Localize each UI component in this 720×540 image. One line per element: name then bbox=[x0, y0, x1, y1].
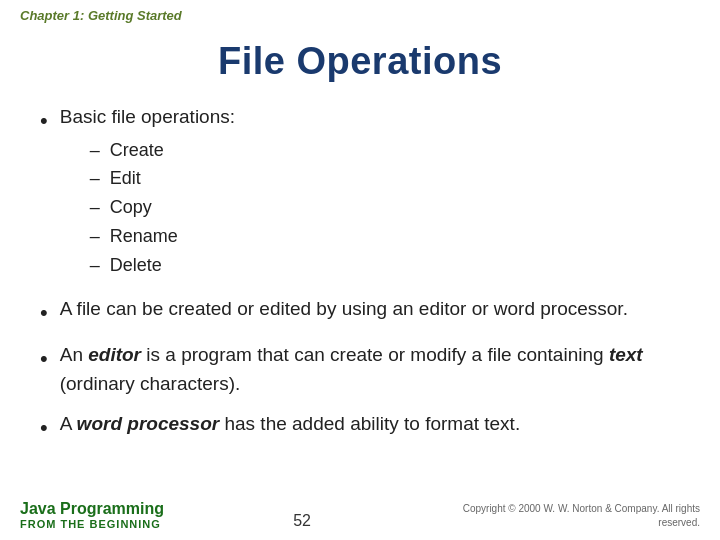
footer: Java Programming FROM THE BEGINNING 52 C… bbox=[0, 500, 720, 530]
bullet-item-4: • A word processor has the added ability… bbox=[40, 410, 680, 444]
bullet-text-4: A word processor has the added ability t… bbox=[60, 410, 520, 439]
text-emphasis: text bbox=[609, 344, 643, 365]
sub-item-create: – Create bbox=[90, 136, 235, 165]
chapter-header: Chapter 1: Getting Started bbox=[20, 8, 182, 23]
bullet-text-1: Basic file operations: bbox=[60, 106, 235, 127]
footer-copyright: Copyright © 2000 W. W. Norton & Company.… bbox=[440, 502, 700, 530]
sub-label-copy: Copy bbox=[110, 193, 152, 222]
content-area: • Basic file operations: – Create – Edit… bbox=[0, 103, 720, 444]
slide-title: File Operations bbox=[0, 40, 720, 83]
bullet-item-2: • A file can be created or edited by usi… bbox=[40, 295, 680, 329]
sub-item-delete: – Delete bbox=[90, 251, 235, 280]
dash-create: – bbox=[90, 136, 100, 165]
sub-label-delete: Delete bbox=[110, 251, 162, 280]
sub-item-copy: – Copy bbox=[90, 193, 235, 222]
dash-copy: – bbox=[90, 193, 100, 222]
bullet-item-1: • Basic file operations: – Create – Edit… bbox=[40, 103, 680, 283]
bullet-text-2: A file can be created or edited by using… bbox=[60, 295, 628, 324]
sub-item-rename: – Rename bbox=[90, 222, 235, 251]
sub-label-edit: Edit bbox=[110, 164, 141, 193]
brand-title: Java Programming bbox=[20, 500, 164, 518]
bullet-text-3: An editor is a program that can create o… bbox=[60, 341, 680, 398]
word-processor-emphasis: word processor bbox=[77, 413, 220, 434]
footer-page-number: 52 bbox=[293, 512, 311, 530]
footer-brand: Java Programming FROM THE BEGINNING bbox=[20, 500, 164, 530]
bullet-dot-3: • bbox=[40, 342, 48, 375]
bullet-dot-1: • bbox=[40, 104, 48, 137]
editor-emphasis: editor bbox=[88, 344, 141, 365]
bullet-item-3: • An editor is a program that can create… bbox=[40, 341, 680, 398]
sub-label-rename: Rename bbox=[110, 222, 178, 251]
dash-edit: – bbox=[90, 164, 100, 193]
brand-sub: FROM THE BEGINNING bbox=[20, 518, 164, 530]
dash-rename: – bbox=[90, 222, 100, 251]
sub-item-edit: – Edit bbox=[90, 164, 235, 193]
bullet-dot-4: • bbox=[40, 411, 48, 444]
dash-delete: – bbox=[90, 251, 100, 280]
bullet-dot-2: • bbox=[40, 296, 48, 329]
sub-list-1: – Create – Edit – Copy – Rename – Dele bbox=[90, 136, 235, 280]
sub-label-create: Create bbox=[110, 136, 164, 165]
